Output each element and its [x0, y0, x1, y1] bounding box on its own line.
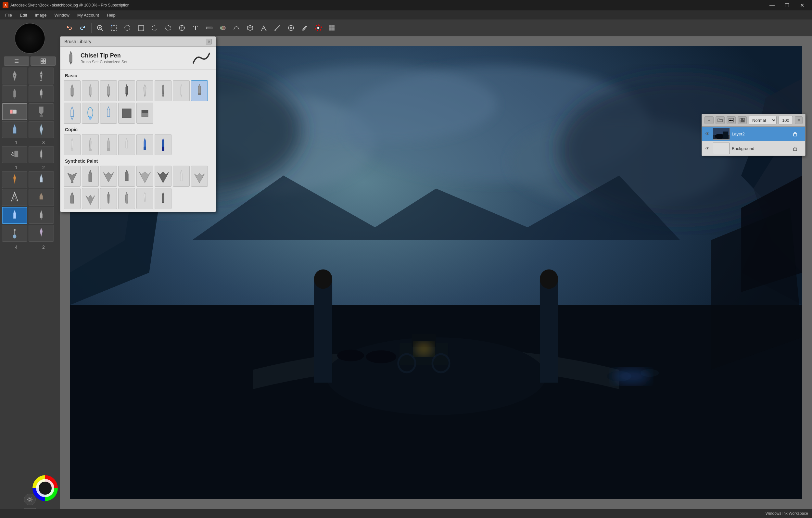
oval-select-button[interactable]	[121, 22, 134, 34]
layer-visibility-eye[interactable]: 👁	[704, 130, 711, 137]
fill-tool[interactable]	[29, 103, 54, 120]
brush-item[interactable]	[154, 134, 172, 155]
pen-button[interactable]	[298, 22, 311, 34]
brush-item[interactable]	[64, 166, 81, 187]
brush-library-btn[interactable]	[31, 57, 56, 66]
brush-tool[interactable]	[29, 67, 54, 84]
brush-item[interactable]	[82, 80, 99, 101]
ink-tool[interactable]	[29, 85, 54, 102]
grid-view-button[interactable]	[325, 22, 339, 34]
brush-item[interactable]	[137, 80, 153, 101]
menu-edit[interactable]: Edit	[16, 11, 31, 19]
brush-item[interactable]	[173, 166, 190, 187]
brush-item[interactable]	[100, 80, 117, 101]
brush-item[interactable]	[100, 103, 117, 124]
3d-button[interactable]	[243, 22, 257, 34]
ink2-tool[interactable]	[29, 207, 54, 224]
spray-tool[interactable]	[2, 146, 27, 163]
brush-item[interactable]	[154, 188, 172, 209]
shape-button[interactable]	[285, 22, 297, 34]
minimize-button[interactable]: —	[764, 0, 780, 10]
brush-mirror-button[interactable]	[257, 22, 270, 34]
brush-item-selected[interactable]	[191, 80, 208, 101]
chisel-tool-active[interactable]	[2, 207, 27, 224]
brush-item[interactable]	[82, 166, 99, 187]
save-layer-btn[interactable]	[737, 116, 747, 124]
add-layer-btn[interactable]: +	[704, 116, 714, 124]
symmetry-button[interactable]	[175, 22, 188, 34]
brush-item[interactable]	[173, 80, 190, 101]
close-button[interactable]: ✕	[794, 0, 809, 10]
layer-row-layer2[interactable]: 👁 Layer2	[702, 127, 805, 141]
blur-tool[interactable]	[29, 171, 54, 188]
undo-button[interactable]	[63, 22, 76, 34]
curve-button[interactable]	[230, 22, 243, 34]
layers-menu-btn[interactable]: ≡	[795, 116, 803, 124]
color-circle[interactable]	[13, 22, 46, 55]
brush-item[interactable]	[118, 103, 135, 124]
pattern-tool[interactable]	[2, 189, 27, 206]
smudge-tool[interactable]	[2, 121, 27, 138]
transform-button[interactable]	[135, 22, 147, 34]
image-layer-btn[interactable]	[727, 116, 736, 124]
brush-item[interactable]	[82, 188, 99, 209]
opacity-input[interactable]	[779, 116, 793, 124]
marker-tool[interactable]	[2, 85, 27, 102]
menu-image[interactable]: Image	[31, 11, 50, 19]
blend-tool[interactable]	[2, 171, 27, 188]
ruler-button[interactable]	[203, 22, 216, 34]
brush-item[interactable]	[82, 134, 99, 155]
redo-button[interactable]	[76, 22, 89, 34]
clone-tool[interactable]	[29, 189, 54, 206]
brush-item[interactable]	[137, 134, 153, 155]
menu-account[interactable]: My Account	[74, 11, 103, 19]
poly-select-button[interactable]	[162, 22, 175, 34]
layer-lock-btn[interactable]	[791, 130, 799, 137]
svg-point-44	[15, 23, 45, 53]
menu-help[interactable]: Help	[103, 11, 119, 19]
more-tool[interactable]	[29, 225, 54, 241]
brush-item[interactable]	[137, 166, 153, 187]
layer-visibility-eye-bg[interactable]: 👁	[704, 145, 711, 152]
brush-item[interactable]	[64, 188, 81, 209]
brush-item[interactable]	[154, 80, 172, 101]
brush-item[interactable]	[100, 166, 117, 187]
brush-item[interactable]	[100, 188, 117, 209]
blend-button[interactable]	[216, 22, 229, 34]
folder-layer-btn[interactable]	[716, 116, 725, 124]
brush-item[interactable]	[118, 188, 135, 209]
tool-options-btn[interactable]	[4, 57, 29, 66]
zoom-tool-button[interactable]	[93, 22, 107, 34]
blend-mode-select[interactable]: Normal Multiply Screen Overlay	[749, 116, 777, 124]
brush-item[interactable]	[118, 166, 135, 187]
brush-item[interactable]	[82, 103, 99, 124]
maximize-button[interactable]: ❐	[780, 0, 794, 10]
pencil-tool[interactable]	[2, 67, 27, 84]
brush-item[interactable]	[64, 134, 81, 155]
color-wheel-button[interactable]	[312, 22, 325, 34]
brush-item[interactable]	[64, 80, 81, 101]
lasso-button[interactable]	[148, 22, 161, 34]
brush-item[interactable]	[100, 134, 117, 155]
left-sidebar: 1 3 1 2	[0, 20, 60, 518]
text-button[interactable]: T	[189, 22, 202, 34]
floating-color-wheel[interactable]	[31, 474, 59, 503]
eraser-active[interactable]	[2, 103, 27, 120]
brush-item[interactable]	[137, 103, 153, 124]
layer-lock-btn-bg[interactable]	[791, 145, 799, 152]
brush-item[interactable]	[118, 134, 135, 155]
menu-file[interactable]: File	[1, 11, 16, 19]
brush-item[interactable]	[137, 188, 153, 209]
callig-tool[interactable]	[29, 121, 54, 138]
layer-row-background[interactable]: 👁 Background	[702, 141, 805, 156]
line-button[interactable]	[271, 22, 284, 34]
brush-item[interactable]	[191, 166, 208, 187]
brush-item[interactable]	[154, 166, 172, 187]
menu-window[interactable]: Window	[51, 11, 74, 19]
detail-tool[interactable]	[29, 146, 54, 163]
brush-library-close[interactable]: ✕	[206, 39, 212, 45]
eyedrop-tool[interactable]	[2, 225, 27, 241]
brush-item[interactable]	[64, 103, 81, 124]
rect-select-button[interactable]	[107, 22, 120, 34]
brush-item[interactable]	[118, 80, 135, 101]
